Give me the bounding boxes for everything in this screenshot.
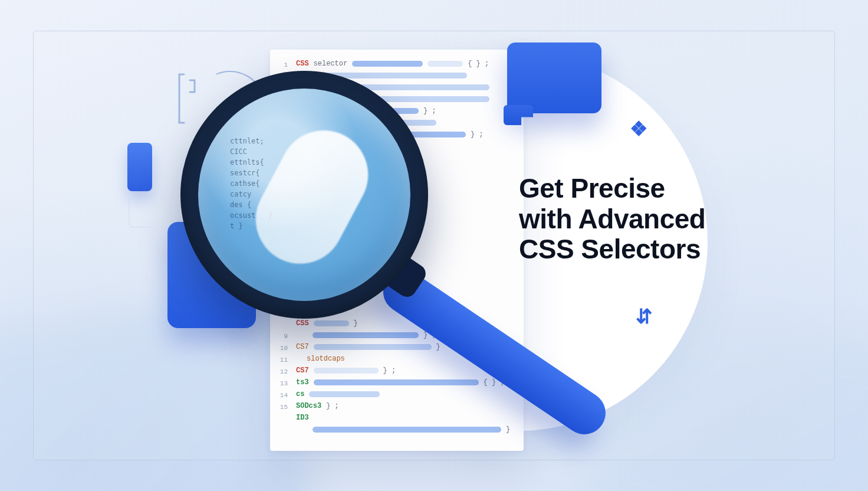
decoration-glyph-icon: ⇵ — [636, 305, 652, 328]
code-row: ID3 — [296, 412, 514, 424]
code-row: CSSselector{ } ; — [296, 58, 514, 70]
code-row: SODcs3} ; — [296, 400, 514, 412]
headline-line-3: CSS Selectors — [519, 234, 743, 265]
magnifier-lens: cttnlet; CICC ettnlts{ sestcr{ cathse{ c… — [198, 89, 410, 301]
magnifying-glass-icon: cttnlet; CICC ettnlts{ sestcr{ cathse{ c… — [180, 71, 558, 401]
blue-chip-decoration — [127, 143, 152, 191]
decoration-glyph-icon: ❖ — [630, 117, 647, 140]
headline: Get Precise with Advanced CSS Selectors — [519, 174, 743, 265]
headline-line-1: Get Precise — [519, 174, 743, 204]
code-row: } — [296, 424, 514, 436]
headline-line-2: with Advanced — [519, 204, 743, 235]
chip-shadow-line — [129, 198, 151, 228]
